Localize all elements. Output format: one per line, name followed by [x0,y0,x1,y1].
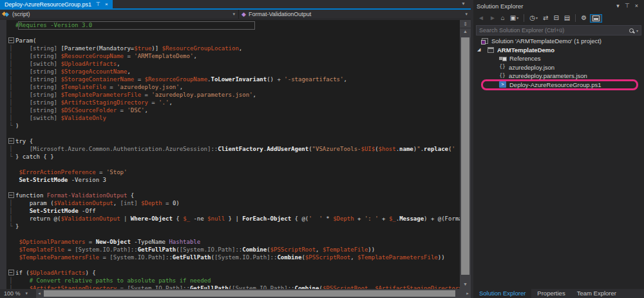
tab-list-dropdown-icon[interactable]: ▼ [461,1,466,6]
tree-item-armtemplatedemo[interactable]: ◢ARMTemplateDemo [473,46,644,55]
code-line: │ # Convert relative paths to absolute p… [6,277,460,284]
sync-with-active-document-icon[interactable]: ⇄ [541,14,550,23]
editor-tab-bar: Deploy-AzureResourceGroup.ps1 ⊤ × ▼ [0,0,471,10]
code-line: │ $ArtifactStagingDirectory = [System.IO… [6,284,460,289]
references-icon [499,55,506,61]
code-line: └} [6,223,460,230]
home-icon[interactable]: ⌂ [499,14,507,23]
code-line [6,130,460,137]
toolbar-separator [575,14,576,22]
search-placeholder: Search Solution Explorer (Ctrl+ü) [479,27,629,34]
editor-bottom-bar: 100 % ▾ ◂ ▸ [0,289,471,298]
code-line: #Requires -Version 3.0 [6,21,460,29]
scroll-up-icon[interactable]: ▲ [460,28,471,35]
search-icon[interactable] [629,28,634,33]
close-icon[interactable]: × [105,0,108,8]
fold-guide: │ [6,91,15,99]
forward-icon[interactable]: ► [488,14,498,23]
fold-collapse-icon[interactable]: – [6,269,15,277]
code-line [6,29,460,37]
tree-item-deploy-azureresourcegroup-ps1[interactable]: >Deploy-AzureResourceGroup.ps1 [473,81,644,90]
vertical-scrollbar[interactable]: ⇕ ▲ ▼ [460,20,471,289]
tree-item-label: ARMTemplateDemo [497,46,554,54]
tab-team-explorer[interactable]: Team Explorer [571,289,622,298]
fold-guide: │ [6,52,15,60]
code-line [6,261,460,269]
solution-explorer-panel: Solution Explorer ▾ ⊤ × ◄►⌂▣▾◷▾⇄⊟▤⚙ Sear… [473,0,644,298]
solution-tree: Solution 'ARMTemplateDemo' (1 project)◢A… [473,37,644,288]
scroll-right-icon[interactable]: ▸ [464,291,471,296]
horizontal-scrollbar-thumb[interactable] [44,290,455,297]
code-line: –if ($UploadArtifacts) { [6,269,460,277]
ps1-icon: > [499,81,506,88]
code-line: │ [switch] $UploadArtifacts, [6,60,460,68]
fold-collapse-icon[interactable]: – [6,37,15,45]
tree-item-references[interactable]: References [473,54,644,63]
search-input[interactable]: Search Solution Explorer (Ctrl+ü) ▾ [476,25,641,35]
tab-solution-explorer[interactable]: Solution Explorer [473,289,531,298]
split-window-handle[interactable]: ⇕ [460,20,471,28]
horizontal-scrollbar-track[interactable] [43,289,464,298]
fold-guide: │ [6,60,15,68]
types-dropdown-label: (script) [12,11,30,17]
fold-collapse-icon[interactable]: – [6,137,15,145]
scroll-down-icon[interactable]: ▼ [460,281,471,288]
vertical-scrollbar-thumb[interactable] [461,37,469,275]
pending-changes-filter-icon[interactable]: ◷▾ [527,14,540,23]
fold-guide: │ [6,284,15,289]
fold-guide: │ [6,68,15,75]
tree-item-solution-armtemplatedemo-1-project[interactable]: Solution 'ARMTemplateDemo' (1 project) [473,37,644,46]
fold-guide: │ [6,114,15,122]
editor-tab[interactable]: Deploy-AzureResourceGroup.ps1 ⊤ × [0,0,113,8]
tree-item-azuredeploy-parameters-json[interactable]: {}azuredeploy.parameters.json [473,72,644,81]
fold-guide: │ [6,45,15,52]
code-line: │ [switch] $ValidateOnly [6,114,460,122]
code-line: │ [string] $DSCSourceFolder = 'DSC', [6,106,460,114]
tree-item-label: Deploy-AzureResourceGroup.ps1 [509,81,601,88]
visual-studio-window: Deploy-AzureResourceGroup.ps1 ⊤ × ▼ (scr… [0,0,644,298]
code-line: $TemplateFile = [System.IO.Path]::GetFul… [6,246,460,253]
panel-title: Solution Explorer [477,3,614,10]
code-line: $OptionalParameters = New-Object -TypeNa… [6,238,460,246]
scroll-left-icon[interactable]: ◂ [36,291,43,296]
back-icon[interactable]: ◄ [476,14,486,23]
pin-icon[interactable]: ⊤ [622,3,632,9]
tool-window-tabs: Solution Explorer Properties Team Explor… [473,289,644,298]
collapse-all-icon[interactable]: ⊟ [551,14,560,23]
horizontal-scrollbar[interactable]: ◂ ▸ [36,289,471,298]
toolbar-separator [524,14,524,22]
properties-icon[interactable]: ⚙ [579,14,589,23]
code-line: │ [string] [Parameter(Mandatory=$true)] … [6,45,460,52]
window-position-icon[interactable]: ▾ [614,3,622,9]
zoom-selector[interactable]: 100 % ▾ [0,290,36,297]
tab-properties[interactable]: Properties [531,289,571,298]
types-dropdown[interactable]: (script) ▾ [0,10,239,19]
tree-item-label: Solution 'ARMTemplateDemo' (1 project) [491,37,601,45]
fold-guide: │ [6,207,15,215]
breakpoint-margin[interactable] [0,20,6,289]
members-dropdown[interactable]: ◆ Format-ValidationOutput ▾ [239,10,471,19]
code-line [6,230,460,238]
fold-guide: └ [6,153,15,161]
navigation-bar: (script) ▾ ◆ Format-ValidationOutput ▾ [0,10,471,19]
switch-views-icon[interactable]: ▣▾ [508,14,520,23]
preview-selected-items-icon[interactable] [590,14,602,23]
fold-guide: │ [6,215,15,223]
code-editor[interactable]: #Requires -Version 3.0–Param(│ [string] … [0,20,471,289]
code-line: │ [string] $TemplateParametersFile = 'az… [6,91,460,99]
tree-item-azuredeploy-json[interactable]: {}azuredeploy.json [473,63,644,72]
show-all-files-icon[interactable]: ▤ [562,14,572,23]
code-line [6,184,460,192]
chevron-down-icon: ▾ [465,12,468,17]
fold-guide: └ [6,122,15,130]
pin-icon[interactable]: ⊤ [96,0,100,8]
chevron-down-icon[interactable]: ▾ [636,28,638,33]
fold-collapse-icon[interactable]: – [6,192,15,199]
code-line: │ return @($ValidationOutput | Where-Obj… [6,215,460,223]
solution-icon [482,38,488,44]
expander-icon[interactable]: ◢ [477,47,480,52]
fold-guide: │ [6,75,15,83]
code-line: └) [6,122,460,130]
close-icon[interactable]: × [632,3,641,9]
fold-guide: │ [6,106,15,114]
